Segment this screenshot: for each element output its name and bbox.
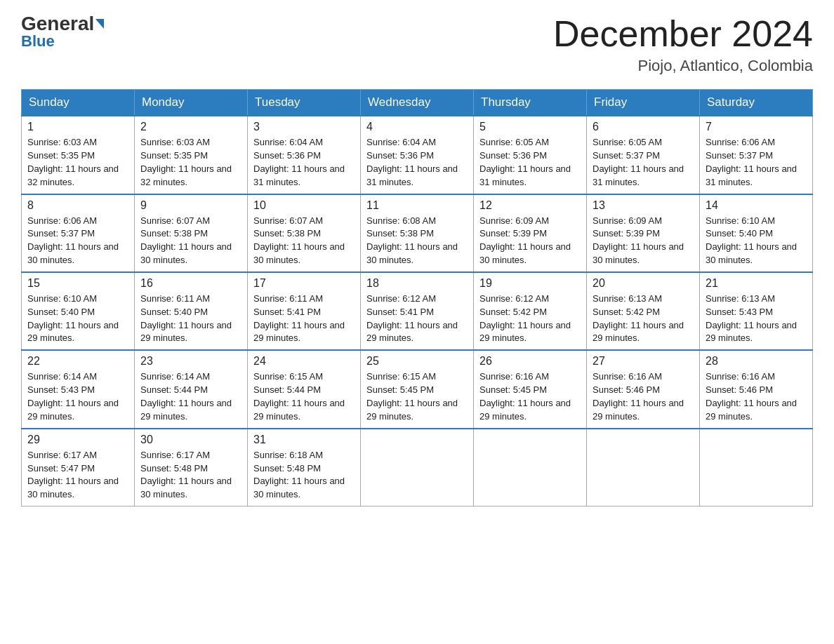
empty-cell — [700, 429, 813, 507]
week-row-2: 8 Sunrise: 6:06 AM Sunset: 5:37 PM Dayli… — [22, 194, 813, 272]
day-cell-24: 24 Sunrise: 6:15 AM Sunset: 5:44 PM Dayl… — [248, 350, 361, 428]
logo: General Blue — [21, 14, 104, 51]
day-info: Sunrise: 6:09 AM Sunset: 5:39 PM Dayligh… — [593, 215, 694, 267]
day-number: 9 — [140, 199, 241, 212]
day-number: 1 — [27, 121, 128, 133]
weekday-header-wednesday: Wednesday — [361, 90, 474, 116]
logo-arrow-icon — [95, 19, 104, 29]
empty-cell — [474, 429, 587, 507]
day-number: 13 — [593, 199, 694, 212]
day-info: Sunrise: 6:16 AM Sunset: 5:46 PM Dayligh… — [593, 370, 694, 423]
day-info: Sunrise: 6:04 AM Sunset: 5:36 PM Dayligh… — [253, 136, 355, 189]
day-number: 2 — [140, 121, 241, 133]
day-info: Sunrise: 6:05 AM Sunset: 5:36 PM Dayligh… — [479, 136, 581, 189]
weekday-header-friday: Friday — [587, 90, 700, 116]
day-number: 28 — [706, 355, 807, 368]
day-cell-21: 21 Sunrise: 6:13 AM Sunset: 5:43 PM Dayl… — [700, 272, 813, 350]
day-info: Sunrise: 6:03 AM Sunset: 5:35 PM Dayligh… — [140, 136, 241, 189]
page-header: General Blue December 2024 Piojo, Atlant… — [21, 14, 813, 75]
day-cell-30: 30 Sunrise: 6:17 AM Sunset: 5:48 PM Dayl… — [135, 429, 248, 507]
month-title: December 2024 — [553, 14, 813, 54]
day-cell-5: 5 Sunrise: 6:05 AM Sunset: 5:36 PM Dayli… — [474, 116, 587, 194]
weekday-header-row: SundayMondayTuesdayWednesdayThursdayFrid… — [22, 90, 813, 116]
day-number: 8 — [27, 199, 128, 212]
day-number: 3 — [253, 121, 355, 133]
calendar-table: SundayMondayTuesdayWednesdayThursdayFrid… — [21, 89, 813, 507]
day-number: 6 — [593, 121, 694, 133]
day-number: 27 — [593, 355, 694, 368]
day-number: 5 — [479, 121, 581, 133]
weekday-header-thursday: Thursday — [474, 90, 587, 116]
day-info: Sunrise: 6:13 AM Sunset: 5:43 PM Dayligh… — [706, 293, 807, 345]
day-number: 12 — [479, 199, 581, 212]
day-info: Sunrise: 6:13 AM Sunset: 5:42 PM Dayligh… — [593, 293, 694, 345]
weekday-header-sunday: Sunday — [22, 90, 135, 116]
day-number: 31 — [253, 434, 355, 446]
day-info: Sunrise: 6:07 AM Sunset: 5:38 PM Dayligh… — [140, 215, 241, 267]
day-info: Sunrise: 6:15 AM Sunset: 5:44 PM Dayligh… — [253, 370, 355, 423]
day-cell-11: 11 Sunrise: 6:08 AM Sunset: 5:38 PM Dayl… — [361, 194, 474, 272]
day-info: Sunrise: 6:03 AM Sunset: 5:35 PM Dayligh… — [27, 136, 128, 189]
location: Piojo, Atlantico, Colombia — [553, 57, 813, 75]
day-cell-26: 26 Sunrise: 6:16 AM Sunset: 5:45 PM Dayl… — [474, 350, 587, 428]
day-cell-20: 20 Sunrise: 6:13 AM Sunset: 5:42 PM Dayl… — [587, 272, 700, 350]
day-info: Sunrise: 6:15 AM Sunset: 5:45 PM Dayligh… — [366, 370, 468, 423]
logo-top-text: General — [21, 14, 94, 34]
day-number: 19 — [479, 277, 581, 290]
day-info: Sunrise: 6:17 AM Sunset: 5:47 PM Dayligh… — [27, 449, 128, 502]
day-cell-2: 2 Sunrise: 6:03 AM Sunset: 5:35 PM Dayli… — [135, 116, 248, 194]
day-number: 17 — [253, 277, 355, 290]
day-info: Sunrise: 6:14 AM Sunset: 5:43 PM Dayligh… — [27, 370, 128, 423]
day-number: 16 — [140, 277, 241, 290]
day-cell-19: 19 Sunrise: 6:12 AM Sunset: 5:42 PM Dayl… — [474, 272, 587, 350]
day-number: 21 — [706, 277, 807, 290]
day-cell-13: 13 Sunrise: 6:09 AM Sunset: 5:39 PM Dayl… — [587, 194, 700, 272]
day-info: Sunrise: 6:16 AM Sunset: 5:46 PM Dayligh… — [706, 370, 807, 423]
day-cell-16: 16 Sunrise: 6:11 AM Sunset: 5:40 PM Dayl… — [135, 272, 248, 350]
empty-cell — [587, 429, 700, 507]
day-info: Sunrise: 6:05 AM Sunset: 5:37 PM Dayligh… — [593, 136, 694, 189]
day-cell-18: 18 Sunrise: 6:12 AM Sunset: 5:41 PM Dayl… — [361, 272, 474, 350]
day-info: Sunrise: 6:06 AM Sunset: 5:37 PM Dayligh… — [706, 136, 807, 189]
day-cell-12: 12 Sunrise: 6:09 AM Sunset: 5:39 PM Dayl… — [474, 194, 587, 272]
day-cell-25: 25 Sunrise: 6:15 AM Sunset: 5:45 PM Dayl… — [361, 350, 474, 428]
day-cell-23: 23 Sunrise: 6:14 AM Sunset: 5:44 PM Dayl… — [135, 350, 248, 428]
week-row-1: 1 Sunrise: 6:03 AM Sunset: 5:35 PM Dayli… — [22, 116, 813, 194]
logo-bottom-text: Blue — [21, 32, 55, 51]
day-number: 30 — [140, 434, 241, 446]
weekday-header-saturday: Saturday — [700, 90, 813, 116]
day-info: Sunrise: 6:17 AM Sunset: 5:48 PM Dayligh… — [140, 449, 241, 502]
day-number: 29 — [27, 434, 128, 446]
title-area: December 2024 Piojo, Atlantico, Colombia — [553, 14, 813, 75]
day-cell-22: 22 Sunrise: 6:14 AM Sunset: 5:43 PM Dayl… — [22, 350, 135, 428]
day-info: Sunrise: 6:11 AM Sunset: 5:40 PM Dayligh… — [140, 293, 241, 345]
day-number: 22 — [27, 355, 128, 368]
day-info: Sunrise: 6:06 AM Sunset: 5:37 PM Dayligh… — [27, 215, 128, 267]
day-number: 4 — [366, 121, 468, 133]
day-cell-3: 3 Sunrise: 6:04 AM Sunset: 5:36 PM Dayli… — [248, 116, 361, 194]
day-cell-28: 28 Sunrise: 6:16 AM Sunset: 5:46 PM Dayl… — [700, 350, 813, 428]
day-info: Sunrise: 6:18 AM Sunset: 5:48 PM Dayligh… — [253, 449, 355, 502]
day-info: Sunrise: 6:12 AM Sunset: 5:42 PM Dayligh… — [479, 293, 581, 345]
day-number: 14 — [706, 199, 807, 212]
week-row-5: 29 Sunrise: 6:17 AM Sunset: 5:47 PM Dayl… — [22, 429, 813, 507]
week-row-3: 15 Sunrise: 6:10 AM Sunset: 5:40 PM Dayl… — [22, 272, 813, 350]
day-cell-8: 8 Sunrise: 6:06 AM Sunset: 5:37 PM Dayli… — [22, 194, 135, 272]
day-number: 24 — [253, 355, 355, 368]
week-row-4: 22 Sunrise: 6:14 AM Sunset: 5:43 PM Dayl… — [22, 350, 813, 428]
day-number: 15 — [27, 277, 128, 290]
day-cell-31: 31 Sunrise: 6:18 AM Sunset: 5:48 PM Dayl… — [248, 429, 361, 507]
empty-cell — [361, 429, 474, 507]
day-cell-7: 7 Sunrise: 6:06 AM Sunset: 5:37 PM Dayli… — [700, 116, 813, 194]
day-cell-4: 4 Sunrise: 6:04 AM Sunset: 5:36 PM Dayli… — [361, 116, 474, 194]
day-info: Sunrise: 6:12 AM Sunset: 5:41 PM Dayligh… — [366, 293, 468, 345]
day-cell-29: 29 Sunrise: 6:17 AM Sunset: 5:47 PM Dayl… — [22, 429, 135, 507]
day-number: 25 — [366, 355, 468, 368]
day-info: Sunrise: 6:07 AM Sunset: 5:38 PM Dayligh… — [253, 215, 355, 267]
day-info: Sunrise: 6:10 AM Sunset: 5:40 PM Dayligh… — [27, 293, 128, 345]
day-number: 20 — [593, 277, 694, 290]
day-number: 26 — [479, 355, 581, 368]
day-cell-27: 27 Sunrise: 6:16 AM Sunset: 5:46 PM Dayl… — [587, 350, 700, 428]
day-number: 23 — [140, 355, 241, 368]
day-info: Sunrise: 6:04 AM Sunset: 5:36 PM Dayligh… — [366, 136, 468, 189]
